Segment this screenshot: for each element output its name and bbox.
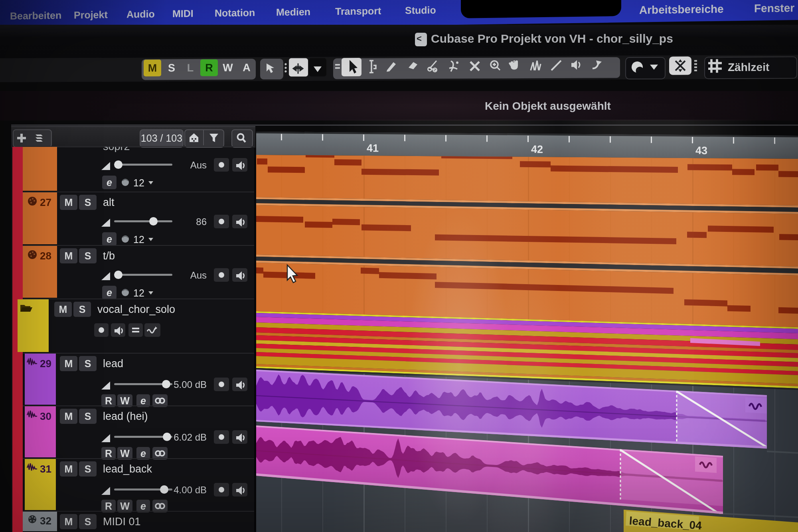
svg-text:41: 41 [367,142,379,154]
svg-text:42: 42 [531,143,543,155]
svg-text:43: 43 [695,144,707,156]
